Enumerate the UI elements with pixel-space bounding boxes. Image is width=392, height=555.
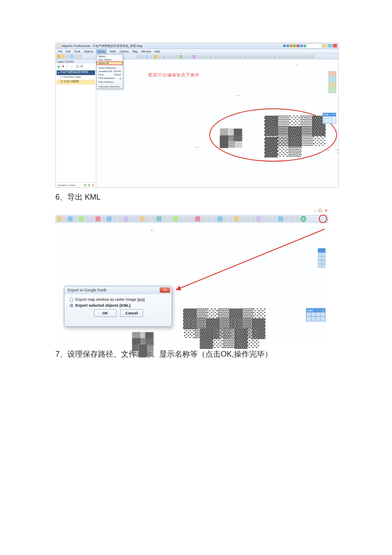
toolbar-icon[interactable] — [222, 55, 225, 58]
menu-table[interactable]: Table — [109, 50, 117, 53]
toolbar-icon[interactable] — [235, 55, 238, 58]
toolbar-icon[interactable] — [295, 216, 300, 221]
toolbox-button[interactable] — [318, 264, 322, 268]
toolbar-icon[interactable] — [217, 216, 222, 221]
toolbar-icon[interactable] — [252, 55, 255, 58]
toolbox-button[interactable] — [322, 260, 326, 264]
toolbar-icon[interactable] — [231, 55, 234, 58]
toolbar-icon[interactable] — [289, 216, 294, 221]
toolbar-icon[interactable] — [228, 216, 233, 221]
toolbar-icon[interactable] — [273, 55, 277, 58]
toolbar-icon[interactable] — [162, 216, 167, 221]
toolbar-icon[interactable] — [212, 216, 217, 221]
panel-close-icon[interactable]: ✕ — [322, 309, 324, 312]
layer-item[interactable]: ☐ Cosmetic Layer — [57, 75, 95, 80]
panel-button[interactable] — [306, 317, 311, 321]
style-swatch[interactable] — [323, 117, 326, 120]
cancel-button[interactable]: Cancel — [120, 309, 143, 317]
toolbar-icon[interactable] — [73, 216, 78, 221]
toolbox-button[interactable] — [318, 260, 322, 264]
menu-item-calc-stats[interactable]: Calculate Statistics... — [97, 85, 123, 88]
toolbar-icon[interactable] — [151, 216, 156, 221]
title-search[interactable] — [282, 43, 322, 49]
toolbar-icon[interactable] — [262, 216, 267, 221]
toolbar-icon[interactable] — [195, 216, 200, 221]
toolbar-icon[interactable] — [273, 216, 278, 221]
layer-item[interactable]: ☑ 不动产调查图 — [57, 80, 95, 84]
toolbar-icon[interactable] — [79, 216, 84, 221]
toolbar-icon[interactable] — [299, 55, 302, 58]
toolbar-icon[interactable] — [57, 216, 62, 221]
export-google-earth-icon[interactable] — [300, 216, 306, 222]
toolbar-icon[interactable] — [90, 216, 95, 221]
toolbar-icon[interactable] — [140, 216, 145, 221]
remove-layer-icon[interactable]: ✖ — [62, 65, 65, 68]
toolbox-button[interactable] — [329, 71, 336, 76]
panel-button[interactable] — [311, 317, 316, 321]
toolbar-icon[interactable] — [184, 216, 189, 221]
toolbar-icon[interactable] — [184, 55, 187, 58]
toolbar-icon[interactable] — [311, 55, 315, 58]
toolbar-icon[interactable] — [269, 55, 272, 58]
toolbar-icon[interactable] — [179, 216, 184, 221]
toolbar-icon[interactable] — [134, 216, 139, 221]
style-swatch[interactable] — [330, 120, 333, 123]
ok-button[interactable]: OK — [94, 309, 117, 317]
toolbar-icon[interactable] — [239, 216, 245, 221]
toolbar-icon[interactable] — [112, 216, 117, 221]
toolbox-button[interactable] — [329, 77, 336, 82]
toolbar-icon[interactable] — [145, 55, 149, 58]
menu-help[interactable]: Help — [154, 50, 160, 53]
menu-item-find-address[interactable]: Find Address... — [97, 80, 123, 84]
toolbox-button[interactable] — [318, 256, 322, 260]
panel-button[interactable] — [316, 317, 320, 321]
toolbar-icon[interactable] — [282, 55, 285, 58]
toolbar-icon[interactable] — [175, 55, 179, 58]
toolbar-icon[interactable] — [260, 55, 264, 58]
menu-item-find[interactable]: Find...Ctrl+F — [97, 73, 123, 76]
style-swatch[interactable] — [323, 120, 326, 123]
toolbar-icon[interactable] — [294, 55, 298, 58]
toolbar-icon[interactable] — [188, 55, 191, 58]
toolbar-icon[interactable] — [265, 55, 268, 58]
menu-query[interactable]: Query — [96, 49, 107, 53]
toolbar-icon[interactable] — [223, 216, 228, 221]
window-controls[interactable]: – ☐ ✕ — [314, 208, 328, 213]
option-export-raster[interactable]: Export map window as raster image [jpg] — [69, 297, 167, 302]
toolbar-icon[interactable] — [145, 216, 150, 221]
toolbox-button[interactable] — [322, 264, 326, 268]
map-canvas[interactable]: • . ▓▒░▒▓▒░░▒▓▒░▒▓ ▓░▒▓░ ▒░▓▓▒░░▓▒ — [55, 223, 328, 345]
toolbar-icon[interactable] — [137, 55, 140, 58]
toolbar-icon[interactable] — [256, 216, 261, 221]
toolbar-icon[interactable] — [303, 55, 306, 58]
toolbox-button[interactable] — [322, 253, 326, 256]
toolbar-icon[interactable] — [284, 216, 289, 221]
toolbar-icon[interactable] — [267, 216, 272, 221]
toolbar-icon[interactable] — [107, 216, 112, 221]
panel-button[interactable] — [311, 312, 316, 317]
toolbar-icon[interactable] — [84, 216, 89, 221]
close-button[interactable] — [333, 44, 337, 47]
toolbar-icon[interactable] — [141, 55, 144, 58]
toolbar-icon[interactable] — [154, 55, 157, 58]
toolbar-icon[interactable] — [218, 55, 221, 58]
toolbar-icon[interactable] — [95, 216, 101, 221]
toolbar-icon[interactable] — [179, 55, 183, 58]
toolbar-icon[interactable] — [123, 216, 128, 221]
toolbar-icon[interactable] — [290, 55, 294, 58]
toolbox-button[interactable] — [318, 253, 322, 256]
toolbar-icon[interactable] — [201, 216, 206, 221]
toolbox-button[interactable] — [329, 82, 336, 87]
toolbar-icon[interactable] — [234, 216, 239, 221]
toolbar-icon[interactable] — [256, 55, 259, 58]
toolbar-icon[interactable] — [213, 55, 217, 58]
menu-options[interactable]: Options — [119, 50, 129, 53]
map-canvas[interactable]: 图层可以编辑状态下操作 • . • • . ▓▒░▒▓░▒▓▒░▓░▒ ▒░▓▓… — [96, 59, 338, 187]
toolbox-button[interactable] — [329, 88, 336, 93]
toolbar-icon[interactable] — [239, 55, 242, 58]
panel-close-icon[interactable]: × — [334, 113, 335, 116]
toolbar-icon[interactable] — [307, 55, 311, 58]
toolbar-icon[interactable] — [74, 55, 78, 58]
toolbar-icon[interactable] — [68, 216, 73, 221]
toolbar-icon[interactable] — [129, 216, 134, 221]
